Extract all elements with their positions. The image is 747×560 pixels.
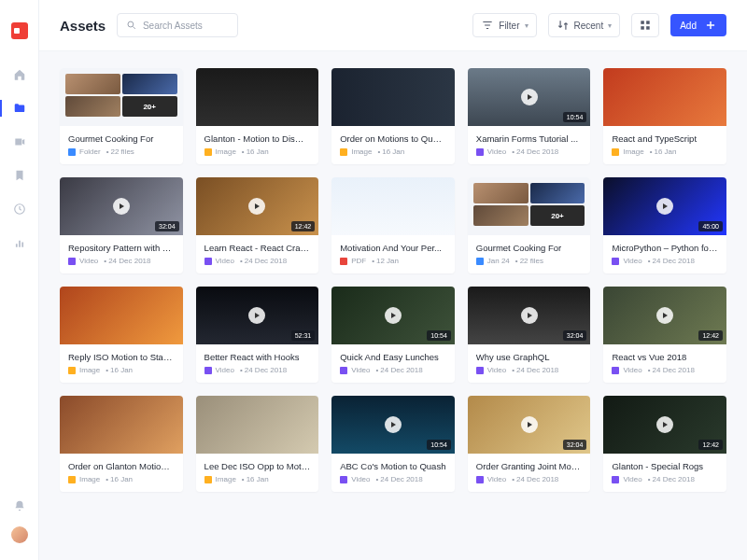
sort-button[interactable]: Recent ▾ — [548, 13, 621, 37]
asset-thumbnail: 10:54 — [468, 68, 591, 126]
asset-title: Why use GraphQL — [476, 352, 583, 362]
video-type-icon — [476, 148, 484, 156]
asset-thumbnail: 12:42 — [603, 287, 726, 344]
asset-type-label: Video — [216, 366, 234, 374]
asset-thumbnail — [331, 68, 455, 126]
nav-clock-icon[interactable] — [12, 202, 27, 217]
asset-type-label: Video — [623, 257, 641, 265]
duration-badge: 10:54 — [427, 440, 451, 450]
duration-badge: 12:42 — [698, 330, 723, 341]
search-input[interactable] — [143, 21, 229, 31]
play-icon — [656, 307, 673, 324]
svg-rect-4 — [641, 26, 645, 30]
duration-badge: 45:00 — [698, 221, 723, 231]
asset-date: 22 files — [514, 257, 543, 265]
asset-type-label: Image — [623, 147, 643, 156]
asset-card[interactable]: 10:54ABC Co's Motion to QuashVideo24 Dec… — [331, 396, 455, 492]
play-icon — [248, 198, 265, 215]
asset-thumbnail: 32:04 — [468, 287, 591, 344]
pdf-type-icon — [340, 258, 347, 265]
asset-thumbnail: 12:42 — [196, 177, 319, 235]
asset-date: 16 Jan — [375, 147, 404, 156]
asset-type-label: Image — [79, 366, 100, 374]
asset-thumbnail — [196, 68, 319, 126]
asset-date: 22 files — [105, 147, 134, 156]
asset-title: Lee Dec ISO Opp to Motion — [204, 461, 311, 471]
asset-thumbnail — [196, 396, 319, 454]
grid-icon — [639, 19, 652, 32]
asset-title: Glanton - Motion to Dismiss... — [204, 133, 311, 144]
asset-card[interactable]: 12:42Glanton - Special RogsVideo24 Dec 2… — [603, 396, 726, 492]
asset-card[interactable]: Glanton - Motion to Dismiss...Image16 Ja… — [196, 68, 319, 164]
asset-card[interactable]: Motivation And Your Per...PDF12 Jan — [331, 177, 455, 273]
asset-card[interactable]: 20+Gourmet Cooking ForJan 2422 files — [468, 177, 591, 273]
app-logo[interactable] — [11, 22, 28, 39]
svg-rect-2 — [641, 21, 645, 24]
asset-card[interactable]: 45:00MicroPython – Python for ...Video24… — [603, 177, 726, 273]
nav-video-icon[interactable] — [12, 134, 27, 149]
user-avatar[interactable] — [11, 526, 28, 543]
asset-card[interactable]: Reply ISO Motion to Stay Pe...Image16 Ja… — [60, 287, 183, 383]
asset-title: Gourmet Cooking For — [476, 243, 583, 253]
asset-card[interactable]: 52:31Better React with HooksVideo24 Dec … — [196, 287, 319, 383]
nav-stats-icon[interactable] — [12, 235, 27, 250]
add-button[interactable]: Add — [670, 14, 726, 36]
add-label: Add — [680, 21, 697, 31]
asset-thumbnail: 32:04 — [468, 396, 591, 454]
nav-folder-icon[interactable] — [12, 101, 27, 116]
folder-count-badge: 20+ — [530, 205, 585, 226]
asset-type-label: PDF — [351, 257, 366, 265]
asset-date: 24 Dec 2018 — [238, 257, 287, 265]
asset-thumbnail: 10:54 — [331, 396, 455, 454]
asset-date: 16 Jan — [240, 475, 269, 483]
asset-title: Motivation And Your Per... — [340, 243, 446, 253]
asset-card[interactable]: 32:04Why use GraphQLVideo24 Dec 2018 — [468, 287, 591, 383]
asset-title: Quick And Easy Lunches — [340, 352, 446, 362]
filter-button[interactable]: Filter ▾ — [472, 13, 536, 37]
asset-card[interactable]: 12:42Learn React - React Crash ...Video2… — [196, 177, 319, 273]
svg-point-1 — [128, 21, 134, 27]
asset-title: Better React with Hooks — [204, 352, 311, 362]
asset-thumbnail: 20+ — [60, 68, 183, 126]
video-type-icon — [476, 367, 484, 374]
grid-view-button[interactable] — [631, 13, 659, 37]
play-icon — [521, 89, 538, 105]
video-type-icon — [204, 258, 212, 265]
folder-count-badge: 20+ — [122, 96, 177, 117]
nav-bookmark-icon[interactable] — [12, 168, 27, 183]
asset-card[interactable]: 20+Gourmet Cooking ForFolder22 files — [60, 68, 183, 164]
asset-date: 24 Dec 2018 — [646, 257, 695, 265]
image-type-icon — [68, 367, 76, 374]
asset-card[interactable]: Order on Motions to Quash (...Image16 Ja… — [331, 68, 455, 164]
asset-card[interactable]: Order on Glanton Motion to...Image16 Jan — [60, 396, 183, 492]
asset-card[interactable]: 32:04Repository Pattern with C# ...Video… — [60, 177, 183, 273]
asset-card[interactable]: Lee Dec ISO Opp to MotionImage16 Jan — [196, 396, 319, 492]
asset-type-label: Video — [487, 147, 506, 156]
asset-title: React vs Vue 2018 — [612, 352, 718, 362]
asset-card[interactable]: 10:54Xamarin Forms Tutorial ...Video24 D… — [468, 68, 591, 164]
sidebar — [0, 0, 39, 560]
asset-type-label: Video — [351, 475, 370, 483]
asset-card[interactable]: React and TypeScriptImage16 Jan — [603, 68, 726, 164]
play-icon — [385, 416, 402, 433]
asset-date: 24 Dec 2018 — [510, 147, 558, 156]
asset-date: 24 Dec 2018 — [646, 366, 695, 374]
asset-title: Order on Motions to Quash (... — [340, 133, 446, 144]
asset-type-label: Video — [487, 475, 506, 483]
asset-card[interactable]: 12:42React vs Vue 2018Video24 Dec 2018 — [603, 287, 726, 383]
play-icon — [248, 307, 265, 324]
asset-date: 16 Jan — [104, 475, 133, 483]
asset-thumbnail: 32:04 — [60, 177, 183, 235]
asset-card[interactable]: 10:54Quick And Easy LunchesVideo24 Dec 2… — [331, 287, 455, 383]
search-input-wrapper[interactable] — [117, 13, 238, 37]
notifications-icon[interactable] — [12, 498, 27, 513]
asset-title: ABC Co's Motion to Quash — [340, 461, 446, 471]
asset-thumbnail: 12:42 — [603, 396, 726, 454]
plus-icon — [704, 19, 717, 32]
filter-label: Filter — [499, 21, 519, 31]
asset-thumbnail: 45:00 — [603, 177, 726, 235]
nav-home-icon[interactable] — [12, 67, 27, 82]
asset-card[interactable]: 32:04Order Granting Joint MotionVideo24 … — [468, 396, 591, 492]
asset-date: 24 Dec 2018 — [646, 475, 695, 483]
video-type-icon — [68, 258, 76, 265]
